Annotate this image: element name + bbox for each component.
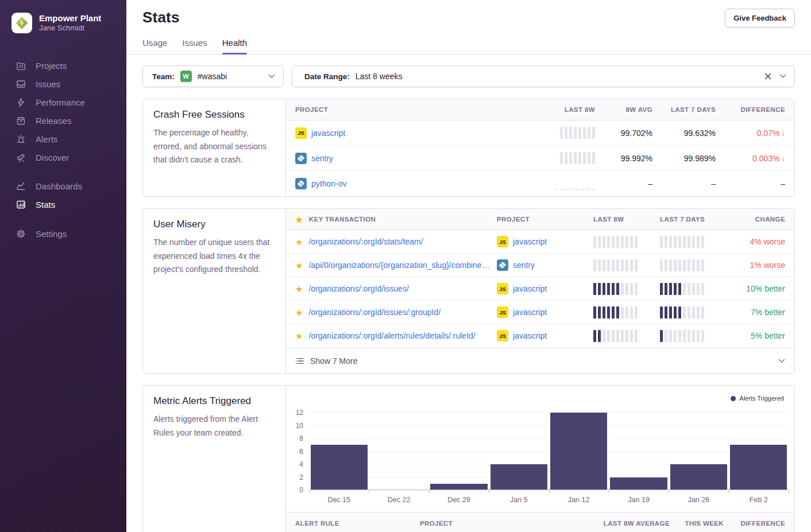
project-link[interactable]: javascript bbox=[513, 237, 547, 246]
star-icon: ★ bbox=[295, 215, 303, 224]
metric-alerts-panel-side: Metric Alerts Triggered Alerts triggered… bbox=[143, 386, 286, 532]
javascript-platform-icon: JS bbox=[295, 127, 307, 139]
list-icon bbox=[295, 356, 304, 366]
sidebar-item-projects[interactable]: Projects bbox=[0, 56, 126, 75]
column-header: LAST 7 DAYS bbox=[660, 216, 727, 223]
chart-x-axis: Dec 15Dec 22Dec 29Jan 5Jan 12Jan 19Jan 2… bbox=[309, 496, 789, 504]
nav-divider bbox=[0, 166, 126, 177]
dashboards-icon bbox=[16, 181, 26, 191]
transaction-link[interactable]: /organizations/:orgId/issues/ bbox=[308, 284, 408, 293]
sidebar: Empower Plant Jane Schmidt Projects Issu… bbox=[0, 0, 126, 532]
tab-issues[interactable]: Issues bbox=[182, 38, 207, 54]
column-header: PROJECT bbox=[420, 520, 582, 527]
sidebar-item-discover[interactable]: Discover bbox=[0, 148, 126, 166]
project-link[interactable]: sentry bbox=[311, 154, 333, 163]
sidebar-item-dashboards[interactable]: Dashboards bbox=[0, 177, 126, 195]
chevron-down-icon[interactable] bbox=[778, 359, 785, 363]
python-platform-icon bbox=[497, 259, 508, 271]
sparkline bbox=[593, 330, 660, 342]
column-header: DIFFERENCE bbox=[724, 520, 785, 527]
avg-8w-value: 99.702% bbox=[595, 129, 652, 138]
panel-title: User Misery bbox=[153, 219, 275, 230]
user-misery-table: ★ KEY TRANSACTION PROJECT LAST 8W LAST 7… bbox=[286, 209, 794, 373]
project-link[interactable]: javascript bbox=[513, 331, 547, 340]
panel-title: Crash Free Sessions bbox=[153, 109, 275, 121]
team-select[interactable]: Team: W #wasabi bbox=[142, 65, 284, 87]
key-transaction-star-icon[interactable]: ★ bbox=[295, 285, 303, 293]
give-feedback-button[interactable]: Give Feedback bbox=[725, 9, 795, 28]
legend-label: Alerts Triggered bbox=[739, 395, 784, 402]
panel-description: Alerts triggered from the Alert Rules yo… bbox=[153, 413, 275, 440]
sparkline bbox=[593, 259, 660, 271]
table-row: ★ /organizations/:orgId/issues/:groupId/… bbox=[286, 301, 794, 324]
panel-description: The number of unique users that experien… bbox=[153, 236, 275, 277]
chart-y-axis: 024681012 bbox=[286, 404, 309, 490]
metric-alerts-chart: Alerts Triggered 024681012 Dec 15Dec 22D… bbox=[286, 386, 794, 512]
project-link[interactable]: python-ov bbox=[311, 179, 346, 188]
column-header: LAST 7 DAYS bbox=[652, 106, 716, 113]
transaction-link[interactable]: /organizations/:orgId/issues/:groupId/ bbox=[308, 308, 441, 317]
sidebar-item-label: Stats bbox=[36, 200, 55, 209]
trend-down-arrow-icon: ↓ bbox=[782, 129, 786, 137]
sparkline bbox=[660, 283, 727, 295]
column-header: PROJECT bbox=[295, 106, 526, 113]
stats-icon bbox=[16, 199, 26, 209]
sidebar-item-performance[interactable]: Performance bbox=[0, 93, 126, 111]
change-value: 7% better bbox=[727, 308, 785, 317]
sidebar-item-alerts[interactable]: Alerts bbox=[0, 130, 126, 148]
key-transaction-star-icon[interactable]: ★ bbox=[295, 238, 303, 246]
project-link[interactable]: javascript bbox=[513, 284, 547, 293]
trend-down-arrow-icon: ↓ bbox=[782, 154, 786, 162]
sparkline bbox=[593, 306, 660, 319]
python-platform-icon bbox=[295, 178, 307, 189]
column-header: CHANGE bbox=[727, 216, 785, 223]
user-name: Jane Schmidt bbox=[39, 24, 101, 33]
javascript-platform-icon: JS bbox=[497, 330, 508, 341]
metric-alerts-body: Alerts Triggered 024681012 Dec 15Dec 22D… bbox=[286, 386, 794, 532]
difference-value: 0.003%↓ bbox=[716, 154, 785, 163]
table-header-row: PROJECT LAST 8W 8W AVG LAST 7 DAYS DIFFE… bbox=[286, 99, 794, 121]
releases-icon bbox=[16, 115, 26, 126]
transaction-link[interactable]: /api/0/organizations/{organization_slug}… bbox=[308, 261, 489, 270]
table-row: python-ov – – – bbox=[286, 171, 794, 196]
tab-health[interactable]: Health bbox=[222, 38, 247, 54]
sparkline-flat bbox=[555, 178, 595, 190]
column-header: THIS WEEK bbox=[670, 520, 724, 527]
column-header: ALERT RULE bbox=[295, 520, 420, 527]
crash-free-panel-side: Crash Free Sessions The percentage of he… bbox=[143, 99, 286, 196]
org-switcher[interactable]: Empower Plant Jane Schmidt bbox=[0, 13, 126, 33]
team-select-label: Team: bbox=[152, 72, 175, 81]
key-transaction-star-icon[interactable]: ★ bbox=[295, 308, 303, 317]
sparkline bbox=[593, 236, 660, 248]
sidebar-item-issues[interactable]: Issues bbox=[0, 75, 126, 93]
project-link[interactable]: javascript bbox=[311, 129, 345, 138]
date-range-select[interactable]: Date Range: Last 8 weeks bbox=[292, 65, 795, 87]
tab-bar: Usage Issues Health bbox=[126, 28, 811, 55]
sidebar-item-stats[interactable]: Stats bbox=[0, 195, 126, 213]
chevron-down-icon[interactable] bbox=[779, 74, 786, 79]
sidebar-item-releases[interactable]: Releases bbox=[0, 111, 126, 130]
org-logo-icon bbox=[11, 13, 32, 33]
user-misery-panel-side: User Misery The number of unique users t… bbox=[143, 209, 286, 373]
tab-usage[interactable]: Usage bbox=[142, 38, 167, 54]
column-header: 8W AVG bbox=[595, 106, 652, 113]
clear-date-icon[interactable] bbox=[764, 73, 771, 80]
show-more-row[interactable]: Show 7 More bbox=[286, 348, 794, 373]
key-transaction-star-icon[interactable]: ★ bbox=[295, 261, 303, 270]
project-link[interactable]: sentry bbox=[513, 261, 535, 270]
sparkline bbox=[560, 152, 595, 164]
filter-bar: Team: W #wasabi Date Range: Last 8 weeks bbox=[142, 65, 795, 87]
sidebar-item-settings[interactable]: Settings bbox=[0, 224, 126, 243]
metric-alerts-chart-plot bbox=[309, 404, 789, 490]
sparkline bbox=[560, 127, 595, 139]
table-row: ★ /organizations/:orgId/issues/ JS javas… bbox=[286, 277, 794, 301]
column-header: DIFFERENCE bbox=[716, 106, 785, 113]
project-link[interactable]: javascript bbox=[513, 308, 547, 317]
last-7d-value: 99.989% bbox=[652, 154, 716, 163]
column-header: LAST 8W bbox=[593, 216, 660, 223]
sparkline bbox=[593, 283, 660, 295]
date-range-label: Date Range: bbox=[304, 72, 350, 81]
key-transaction-star-icon[interactable]: ★ bbox=[295, 332, 303, 340]
transaction-link[interactable]: /organizations/:orgId/alerts/rules/detai… bbox=[308, 331, 475, 340]
transaction-link[interactable]: /organizations/:orgId/stats/team/ bbox=[308, 237, 423, 246]
